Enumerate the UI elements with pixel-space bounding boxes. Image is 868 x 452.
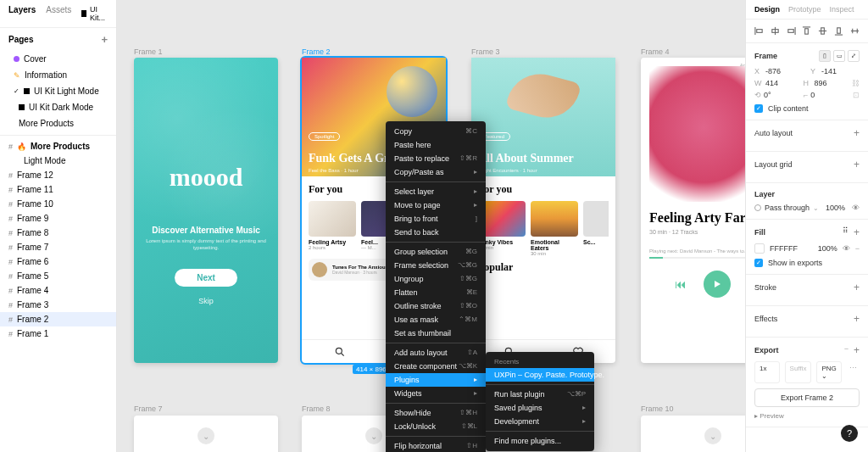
layer-frame-9[interactable]: #Frame 9 [0, 211, 116, 226]
layer-frame-12[interactable]: #Frame 12 [0, 168, 116, 182]
menu-paste-replace[interactable]: Paste to replace⇧⌘R [386, 152, 486, 165]
help-button[interactable]: ? [841, 425, 858, 442]
fill-hex-input[interactable]: FFFFFF [770, 244, 798, 253]
menu-copy[interactable]: Copy⌘C [386, 125, 486, 138]
menu-add-auto-layout[interactable]: Add auto layout⇧A [386, 346, 486, 360]
export-button[interactable]: Export Frame 2 [754, 388, 860, 407]
align-right-icon[interactable] [787, 26, 796, 36]
tab-prototype[interactable]: Prototype [788, 5, 821, 14]
card-emotional-eaters[interactable]: Emotional Eaters 30 min [531, 201, 578, 256]
frame-label-1[interactable]: Frame 1 [134, 47, 163, 56]
remove-fill-button[interactable]: − [855, 244, 860, 253]
radius-input[interactable]: 0 [810, 91, 815, 99]
menu-outline-stroke[interactable]: Outline stroke⇧⌘O [386, 299, 486, 313]
orientation-landscape-icon[interactable]: ▭ [833, 50, 845, 62]
layer-light-mode[interactable]: Light Mode [0, 153, 116, 168]
frame-7[interactable]: ⌄ [134, 416, 278, 452]
page-more-products[interactable]: More Products [0, 115, 116, 131]
layer-frame-8[interactable]: #Frame 8 [0, 226, 116, 240]
distribute-icon[interactable] [850, 26, 860, 36]
submenu-development[interactable]: Development▸ [486, 415, 594, 428]
align-center-h-icon[interactable] [771, 26, 780, 36]
resize-fit-icon[interactable]: ⤢ [848, 50, 860, 62]
play-button[interactable] [704, 271, 731, 298]
preview-toggle[interactable]: ▸ Preview [754, 412, 860, 420]
export-format-select[interactable]: PNG ⌄ [816, 361, 842, 383]
clip-content-checkbox[interactable]: ✓ [754, 104, 763, 113]
export-scale-select[interactable]: 1x [754, 361, 780, 383]
menu-set-thumbnail[interactable]: Set as thumbnail [386, 326, 486, 340]
frame-label-8[interactable]: Frame 8 [302, 405, 331, 413]
chevron-down-icon[interactable]: ⌄ [704, 427, 721, 444]
orientation-portrait-icon[interactable]: ▯ [819, 50, 831, 62]
align-left-icon[interactable] [754, 26, 764, 36]
skip-link[interactable]: Skip [146, 297, 266, 305]
show-in-exports-checkbox[interactable]: ✓ [754, 259, 763, 267]
chevron-down-icon[interactable]: ⌄ [365, 427, 382, 444]
frame-10[interactable]: ⌄ [641, 416, 745, 452]
frame-1[interactable]: moood Discover Alternative Music Lorem i… [134, 58, 278, 363]
remove-export-button[interactable]: − [844, 344, 849, 356]
menu-select-layer[interactable]: Select layer▸ [386, 185, 486, 198]
frame-4[interactable]: Art by Bart... ⌄ Feeling Arty Farty 30 m… [641, 58, 745, 363]
progress-bar[interactable] [649, 257, 745, 259]
layer-frame-3[interactable]: #Frame 3 [0, 298, 116, 312]
search-icon[interactable] [334, 346, 346, 358]
skip-back-icon[interactable]: ⏮ [675, 277, 687, 291]
layer-frame-4[interactable]: #Frame 4 [0, 283, 116, 298]
menu-paste-here[interactable]: Paste here [386, 138, 486, 152]
height-input[interactable]: 896 [815, 79, 827, 87]
menu-frame-selection[interactable]: Frame selection⌥⌘G [386, 259, 486, 272]
blend-mode-select[interactable]: Pass through [765, 204, 810, 212]
card-sc[interactable]: Sc... [583, 201, 609, 256]
menu-use-as-mask[interactable]: Use as mask⌃⌘M [386, 313, 486, 326]
corner-options-icon[interactable]: ⊡ [853, 91, 860, 99]
add-layout-grid-button[interactable]: + [854, 159, 860, 170]
menu-widgets[interactable]: Widgets▸ [386, 387, 486, 400]
add-auto-layout-button[interactable]: + [854, 127, 860, 139]
add-export-button[interactable]: + [854, 344, 860, 356]
frame-label-7[interactable]: Frame 7 [134, 405, 163, 413]
add-effect-button[interactable]: + [854, 313, 860, 325]
layer-frame-11[interactable]: #Frame 11 [0, 182, 116, 197]
tab-design[interactable]: Design [754, 5, 780, 14]
submenu-uxpin[interactable]: UXPin – Copy. Paste. Prototype. [486, 368, 594, 382]
layer-frame-1[interactable]: #Frame 1 [0, 326, 116, 341]
page-information[interactable]: ✎Information [0, 67, 116, 83]
menu-group-selection[interactable]: Group selection⌘G [386, 245, 486, 259]
add-page-button[interactable]: + [101, 33, 108, 46]
submenu-run-last[interactable]: Run last plugin⌥⌘P [486, 388, 594, 401]
layer-frame-5[interactable]: #Frame 5 [0, 269, 116, 283]
frame-label-10[interactable]: Frame 10 [641, 405, 674, 413]
menu-ungroup[interactable]: Ungroup⇧⌘G [386, 272, 486, 286]
menu-move-to-page[interactable]: Move to page▸ [386, 198, 486, 212]
blend-mode-icon[interactable] [754, 204, 761, 211]
width-input[interactable]: 414 [765, 79, 778, 87]
menu-flatten[interactable]: Flatten⌘E [386, 286, 486, 299]
submenu-saved-plugins[interactable]: Saved plugins▸ [486, 401, 594, 415]
menu-create-component[interactable]: Create component⌥⌘K [386, 360, 486, 373]
submenu-find-more[interactable]: Find more plugins... [486, 434, 594, 448]
tab-assets[interactable]: Assets [46, 5, 71, 22]
align-top-icon[interactable] [802, 26, 811, 36]
menu-copy-paste-as[interactable]: Copy/Paste as▸ [386, 165, 486, 179]
layer-frame-6[interactable]: #Frame 6 [0, 254, 116, 269]
page-light-mode[interactable]: ✓UI Kit Light Mode [0, 83, 116, 99]
fill-color-swatch[interactable] [754, 243, 765, 254]
link-icon[interactable]: ⛓ [852, 79, 860, 87]
layer-more-products[interactable]: #🔥More Products [0, 139, 116, 153]
frame-3[interactable]: Featured All About Summer Bright Encount… [471, 58, 615, 363]
style-icon[interactable]: ⠿ [843, 226, 849, 238]
layer-frame-2[interactable]: #Frame 2 [0, 312, 116, 326]
y-input[interactable]: -141 [821, 67, 837, 75]
add-stroke-button[interactable]: + [854, 282, 860, 293]
menu-bring-to-front[interactable]: Bring to front] [386, 212, 486, 226]
add-fill-button[interactable]: + [854, 226, 860, 238]
menu-plugins[interactable]: Plugins▸ [386, 373, 486, 387]
layer-frame-7[interactable]: #Frame 7 [0, 240, 116, 254]
chevron-down-icon[interactable]: ⌄ [198, 427, 214, 444]
file-name[interactable]: UI Kit... [81, 5, 108, 22]
frame-label-4[interactable]: Frame 4 [641, 47, 670, 56]
x-input[interactable]: -876 [765, 67, 781, 75]
page-cover[interactable]: Cover [0, 51, 116, 67]
